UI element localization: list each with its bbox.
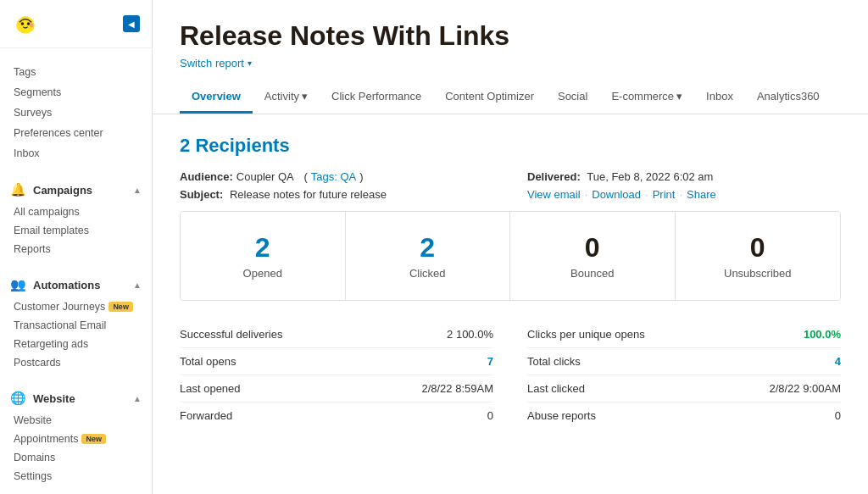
switch-report-label: Switch report (180, 57, 244, 69)
sidebar-section-campaigns: 🔔 Campaigns ▲ All campaigns Email templa… (0, 170, 152, 265)
detail-row-successful-deliveries: Successful deliveries 2 100.0% (180, 321, 493, 348)
mailchimp-logo-icon (12, 10, 39, 37)
stats-grid: 2 Opened 2 Clicked 0 Bounced 0 Unsubscri… (180, 211, 841, 301)
appointments-new-badge: New (81, 434, 106, 444)
website-section-title: Website (33, 392, 75, 405)
detail-section-left: Successful deliveries 2 100.0% Total ope… (180, 321, 493, 429)
audience-row: Audience: Coupler QA ( Tags: QA ) (180, 170, 493, 183)
detail-label-last-clicked: Last clicked (527, 382, 585, 395)
sidebar-link-all-campaigns[interactable]: All campaigns (0, 203, 152, 221)
stat-bounced-number: 0 (524, 232, 661, 264)
detail-value-total-clicks: 4 (835, 355, 841, 368)
automations-section-title: Automations (33, 279, 100, 291)
download-link[interactable]: Download (592, 188, 641, 201)
stat-bounced-label: Bounced (524, 267, 661, 280)
campaigns-chevron-icon: ▲ (133, 186, 142, 195)
sidebar-link-postcards[interactable]: Postcards (0, 353, 152, 372)
sidebar-link-segments[interactable]: Segments (0, 82, 152, 103)
detail-value-last-opened: 2/8/22 8:59AM (421, 382, 493, 395)
ecommerce-chevron-icon: ▾ (676, 90, 682, 103)
action-links-row: View email · Download · Print · Share (527, 188, 841, 201)
sidebar-section-website-header[interactable]: 🌐 Website ▲ (0, 386, 152, 411)
delivered-label: Delivered: (527, 170, 581, 183)
stat-clicked-number: 2 (359, 232, 497, 264)
sidebar-link-transactional-email[interactable]: Transactional Email (0, 316, 152, 335)
switch-report-button[interactable]: Switch report ▾ (180, 57, 252, 69)
sidebar-logo-area: ◀ (0, 0, 152, 48)
tab-click-performance[interactable]: Click Performance (320, 81, 433, 114)
recipients-heading: 2 Recipients (180, 135, 841, 157)
sidebar-link-domains[interactable]: Domains (0, 448, 152, 467)
automations-people-icon: 👥 (10, 277, 26, 292)
stat-unsubscribed-number: 0 (689, 232, 827, 264)
stat-bounced: 0 Bounced (510, 212, 676, 300)
stat-opened: 2 Opened (181, 212, 346, 300)
sidebar-link-surveys[interactable]: Surveys (0, 103, 152, 123)
stats-detail: Successful deliveries 2 100.0% Total ope… (180, 321, 841, 429)
campaigns-bell-icon: 🔔 (10, 182, 26, 197)
detail-value-clicks-per-unique-opens: 100.0% (804, 328, 841, 341)
sidebar-link-settings[interactable]: Settings (0, 467, 152, 486)
tab-analytics360[interactable]: Analytics360 (745, 81, 832, 114)
view-email-link[interactable]: View email (527, 188, 581, 201)
sidebar-link-email-templates[interactable]: Email templates (0, 221, 152, 240)
sidebar-link-retargeting-ads[interactable]: Retargeting ads (0, 335, 152, 353)
detail-value-total-opens: 7 (487, 355, 493, 368)
delivered-row: Delivered: Tue, Feb 8, 2022 6:02 am (527, 170, 841, 183)
audience-tag-link[interactable]: Tags: QA (311, 170, 356, 183)
campaign-title: Release Notes With Links (180, 20, 841, 52)
stat-clicked-label: Clicked (359, 267, 497, 280)
delivered-value: Tue, Feb 8, 2022 6:02 am (584, 170, 714, 183)
sidebar-link-preferences-center[interactable]: Preferences center (0, 123, 152, 143)
detail-label-successful-deliveries: Successful deliveries (180, 328, 282, 341)
meta-info-grid: Audience: Coupler QA ( Tags: QA ) Delive… (180, 170, 841, 201)
detail-row-abuse-reports: Abuse reports 0 (527, 402, 841, 429)
main-content: Release Notes With Links Switch report ▾… (153, 0, 868, 494)
tab-overview[interactable]: Overview (180, 81, 253, 114)
tab-ecommerce[interactable]: E-commerce ▾ (599, 81, 694, 114)
sidebar-section-automations-header[interactable]: 👥 Automations ▲ (0, 272, 152, 297)
tabs-bar: Overview Activity ▾ Click Performance Co… (180, 81, 841, 114)
detail-label-abuse-reports: Abuse reports (527, 409, 596, 422)
detail-section-right: Clicks per unique opens 100.0% Total cli… (527, 321, 841, 429)
detail-row-total-opens: Total opens 7 (180, 348, 493, 375)
website-chevron-icon: ▲ (133, 394, 142, 403)
sidebar-link-customer-journeys[interactable]: Customer Journeys New (0, 297, 152, 316)
detail-label-total-clicks: Total clicks (527, 355, 581, 368)
sidebar-top-links: Tags Segments Surveys Preferences center… (0, 55, 152, 170)
stat-unsubscribed: 0 Unsubscribed (676, 212, 841, 300)
detail-value-forwarded: 0 (487, 409, 493, 422)
detail-label-forwarded: Forwarded (180, 409, 232, 422)
website-globe-icon: 🌐 (10, 391, 26, 406)
detail-label-total-opens: Total opens (180, 355, 236, 368)
content-area: 2 Recipients Audience: Coupler QA ( Tags… (153, 114, 868, 494)
switch-report-chevron-icon: ▾ (248, 58, 252, 68)
print-link[interactable]: Print (653, 188, 676, 201)
campaigns-section-title: Campaigns (33, 184, 92, 197)
sidebar-link-reports[interactable]: Reports (0, 240, 152, 258)
tab-social[interactable]: Social (546, 81, 599, 114)
share-link[interactable]: Share (687, 188, 716, 201)
tab-activity[interactable]: Activity ▾ (253, 81, 320, 114)
tab-inbox[interactable]: Inbox (694, 81, 745, 114)
stat-clicked: 2 Clicked (346, 212, 511, 300)
subject-label: Subject: (180, 188, 223, 201)
detail-row-forwarded: Forwarded 0 (180, 402, 493, 429)
detail-row-total-clicks: Total clicks 4 (527, 348, 841, 375)
sidebar: ◀ Tags Segments Surveys Preferences cent… (0, 0, 153, 494)
detail-row-last-opened: Last opened 2/8/22 8:59AM (180, 375, 493, 402)
detail-row-last-clicked: Last clicked 2/8/22 9:00AM (527, 375, 841, 402)
sidebar-link-appointments[interactable]: Appointments New (0, 430, 152, 448)
sidebar-link-inbox[interactable]: Inbox (0, 143, 152, 164)
tab-content-optimizer[interactable]: Content Optimizer (433, 81, 546, 114)
sidebar-section-campaigns-header[interactable]: 🔔 Campaigns ▲ (0, 177, 152, 203)
activity-chevron-icon: ▾ (302, 90, 308, 103)
sidebar-link-tags[interactable]: Tags (0, 62, 152, 82)
detail-label-last-opened: Last opened (180, 382, 241, 395)
audience-tag-suffix: ) (359, 170, 363, 183)
sidebar-collapse-button[interactable]: ◀ (123, 15, 140, 32)
stat-opened-label: Opened (194, 267, 331, 280)
audience-label: Audience: (180, 170, 233, 183)
svg-point-4 (30, 23, 33, 27)
sidebar-link-website[interactable]: Website (0, 411, 152, 430)
